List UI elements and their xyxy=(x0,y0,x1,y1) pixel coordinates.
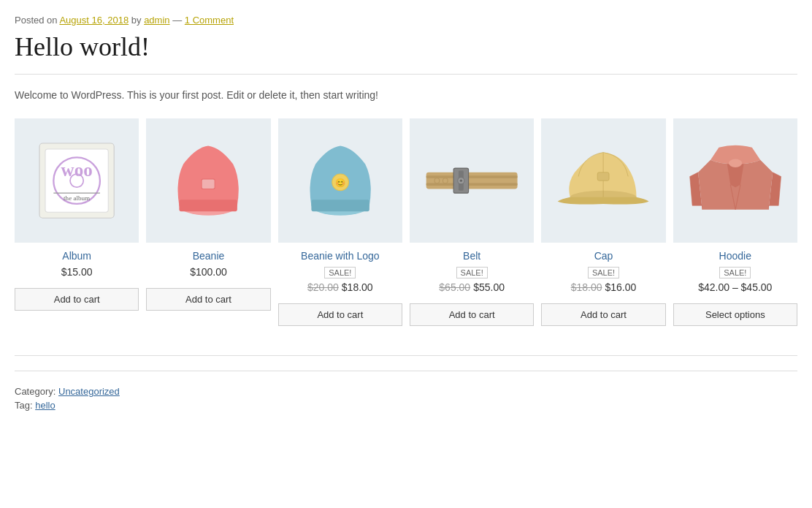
product-image-cap xyxy=(541,118,665,243)
sale-badge: SALE! xyxy=(324,267,356,278)
post-footer: Category: Uncategorized Tag: hello xyxy=(15,371,797,411)
product-name-beanie-with-logo[interactable]: Beanie with Logo xyxy=(301,250,379,262)
category-link[interactable]: Uncategorized xyxy=(58,386,120,397)
product-image-beanie-with-logo: 😊 xyxy=(278,118,402,243)
svg-rect-11 xyxy=(311,200,369,211)
page-title: Hello world! xyxy=(15,31,797,62)
product-card-album: woo the album Album$15.00Add to cart xyxy=(15,118,139,326)
tag-label: Tag: xyxy=(15,400,33,411)
product-price-hoodie: SALE!$42.00 – $45.00 xyxy=(698,266,772,293)
product-price-album: $15.00 xyxy=(61,266,93,278)
tag-link[interactable]: hello xyxy=(35,400,55,411)
products-grid: woo the album Album$15.00Add to cart Bea… xyxy=(15,118,797,326)
add-to-cart-button[interactable]: Add to cart xyxy=(541,303,665,326)
product-name-belt[interactable]: Belt xyxy=(463,250,480,262)
svg-text:😊: 😊 xyxy=(335,178,346,188)
svg-point-21 xyxy=(434,178,440,183)
product-image-belt xyxy=(410,118,534,243)
svg-rect-16 xyxy=(426,183,518,186)
original-price: $65.00 xyxy=(439,281,470,293)
sale-price: $18.00 xyxy=(342,281,373,293)
select-options-button[interactable]: Select options xyxy=(673,303,797,326)
sale-badge: SALE! xyxy=(719,267,751,278)
category-label: Category: xyxy=(15,386,55,397)
svg-point-22 xyxy=(443,178,448,183)
product-card-hoodie: HoodieSALE!$42.00 – $45.00Select options xyxy=(673,118,797,326)
add-to-cart-button[interactable]: Add to cart xyxy=(146,288,270,311)
post-meta: Posted on August 16, 2018 by admin — 1 C… xyxy=(15,15,797,26)
product-card-cap: CapSALE!$18.00$16.00Add to cart xyxy=(541,118,665,326)
product-price-beanie-with-logo: SALE!$20.00$18.00 xyxy=(307,266,373,293)
original-price: $20.00 xyxy=(307,281,339,293)
product-name-album[interactable]: Album xyxy=(62,250,91,262)
product-price-belt: SALE!$65.00$55.00 xyxy=(439,266,505,293)
svg-point-20 xyxy=(460,179,462,181)
sale-badge: SALE! xyxy=(456,267,488,278)
svg-rect-1 xyxy=(45,149,108,212)
title-divider xyxy=(15,74,797,75)
product-price-beanie: $100.00 xyxy=(190,266,227,278)
intro-text: Welcome to WordPress. This is your first… xyxy=(15,89,797,101)
product-name-beanie[interactable]: Beanie xyxy=(193,250,225,262)
product-card-belt: BeltSALE!$65.00$55.00Add to cart xyxy=(410,118,534,326)
category-line: Category: Uncategorized xyxy=(15,386,797,397)
product-price-cap: SALE!$18.00$16.00 xyxy=(571,266,637,293)
svg-point-26 xyxy=(729,159,742,167)
product-card-beanie-with-logo: 😊 Beanie with LogoSALE!$20.00$18.00Add t… xyxy=(278,118,402,326)
add-to-cart-button[interactable]: Add to cart xyxy=(278,303,402,326)
price-range: $42.00 – $45.00 xyxy=(698,281,772,293)
post-date-link[interactable]: August 16, 2018 xyxy=(59,15,129,26)
author-link[interactable]: admin xyxy=(144,15,169,26)
product-image-album: woo the album xyxy=(15,118,139,243)
svg-rect-9 xyxy=(202,179,215,189)
product-name-hoodie[interactable]: Hoodie xyxy=(719,250,751,262)
svg-rect-8 xyxy=(180,200,237,211)
svg-rect-15 xyxy=(426,175,518,178)
sale-badge: SALE! xyxy=(588,267,619,278)
sale-price: $55.00 xyxy=(473,281,505,293)
comment-link[interactable]: 1 Comment xyxy=(185,15,234,26)
product-card-beanie: Beanie$100.00Add to cart xyxy=(146,118,270,326)
product-image-hoodie xyxy=(673,118,797,243)
product-name-cap[interactable]: Cap xyxy=(594,250,613,262)
svg-text:the album: the album xyxy=(64,194,90,202)
original-price: $18.00 xyxy=(571,281,602,293)
add-to-cart-button[interactable]: Add to cart xyxy=(15,288,139,311)
tag-line: Tag: hello xyxy=(15,400,797,411)
svg-text:woo: woo xyxy=(61,160,93,180)
product-image-beanie xyxy=(146,118,270,243)
add-to-cart-button[interactable]: Add to cart xyxy=(410,303,534,326)
svg-rect-25 xyxy=(598,173,610,181)
sale-price: $16.00 xyxy=(605,281,636,293)
footer-divider xyxy=(15,355,797,356)
